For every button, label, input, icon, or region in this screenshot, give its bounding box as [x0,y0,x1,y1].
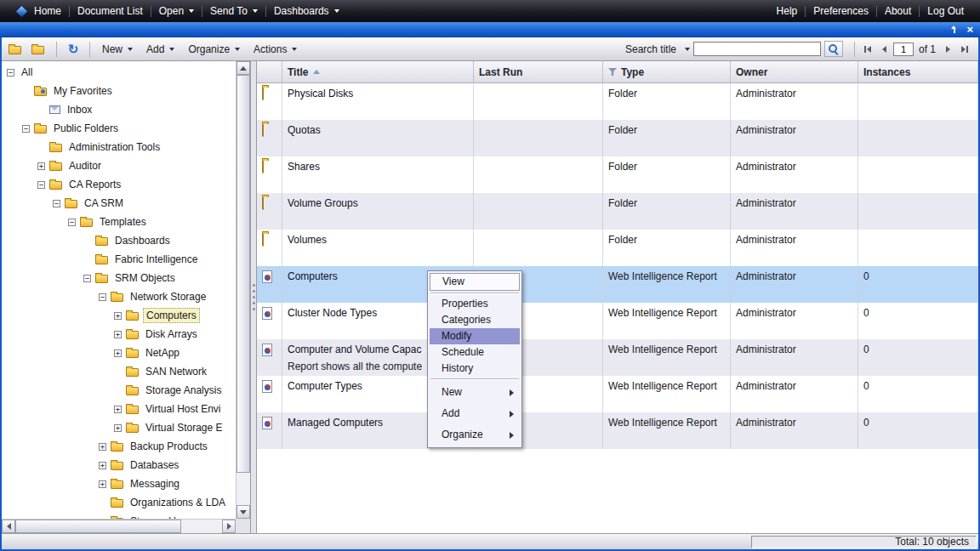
tree-item-ca-srm[interactable]: −CA SRM [2,194,236,213]
scroll-up-button[interactable] [236,61,250,75]
tree-item-storage-usage[interactable]: Storage Usage [2,512,236,519]
top-menu-about[interactable]: About [877,0,919,22]
column-header-type[interactable]: Type [603,61,731,82]
context-menu-categories[interactable]: Categories [430,312,520,328]
collapse-icon[interactable]: − [7,69,14,77]
tree-item-organizations-lda[interactable]: Organizations & LDA [2,493,236,512]
tree-item-san-network[interactable]: SAN Network [2,362,236,381]
column-header-instances[interactable]: Instances [858,61,978,82]
open-folder-icon[interactable] [7,40,27,59]
top-menu-home[interactable]: Home [9,0,69,22]
page-number-input[interactable] [893,43,914,56]
row-title-text[interactable]: Quotas [288,124,468,136]
scroll-left-button[interactable] [2,520,15,533]
tree-item-virtual-storage-e[interactable]: +Virtual Storage E [2,418,236,437]
tree-item-my-favorites[interactable]: My Favorites [2,82,236,100]
tree-horizontal-scrollbar[interactable] [2,519,236,533]
search-input[interactable] [693,42,821,56]
toolbar-menu-add[interactable]: Add [140,41,180,58]
close-icon[interactable]: × [966,23,973,37]
top-menu-dashboards[interactable]: Dashboards [266,0,347,22]
tree-item-network-storage[interactable]: −Network Storage [2,287,236,306]
expand-icon[interactable]: + [114,406,122,413]
row-title-text[interactable]: Shares [288,161,468,173]
tree-item-databases[interactable]: +Databases [2,456,236,474]
refresh-icon[interactable]: ↻ [63,40,83,59]
expand-icon[interactable]: + [99,443,106,451]
expand-icon[interactable]: + [99,462,106,469]
tree-vertical-scrollbar[interactable] [236,61,250,519]
panel-splitter[interactable] [251,61,257,533]
tree-item-messaging[interactable]: +Messaging [2,474,236,493]
top-menu-send-to[interactable]: Send To [202,0,265,22]
toolbar-menu-new[interactable]: New [96,41,139,58]
table-row-shares[interactable]: SharesFolderAdministrator [257,156,978,193]
toolbar-menu-organize[interactable]: Organize [182,41,246,58]
tree-item-administration-tools[interactable]: Administration Tools [2,138,236,156]
tree-item-netapp[interactable]: +NetApp [2,344,236,362]
expand-icon[interactable]: + [114,349,122,357]
context-menu-history[interactable]: History [430,361,520,377]
pin-icon[interactable] [950,26,958,34]
column-header-last-run[interactable]: Last Run [474,61,603,82]
tree-item-disk-arrays[interactable]: +Disk Arrays [2,325,236,344]
expand-icon[interactable]: + [114,424,122,432]
collapse-icon[interactable]: − [68,219,76,226]
collapse-icon[interactable]: − [37,181,45,189]
table-row-physical-disks[interactable]: Physical DisksFolderAdministrator [257,83,978,120]
tree-item-inbox[interactable]: Inbox [2,100,236,119]
top-menu-open[interactable]: Open [151,0,202,22]
horizontal-scroll-thumb[interactable] [15,520,181,533]
toolbar-menu-actions[interactable]: Actions [248,41,303,58]
expand-icon[interactable]: + [99,480,106,488]
scroll-right-button[interactable] [222,520,236,533]
search-scope-dropdown[interactable]: Search title [625,43,676,55]
top-menu-help[interactable]: Help [769,0,806,22]
top-menu-document-list[interactable]: Document List [70,0,151,22]
collapse-icon[interactable]: − [22,125,30,133]
tree-item-templates[interactable]: −Templates [2,213,236,231]
column-header-owner[interactable]: Owner [731,61,858,82]
context-menu-add[interactable]: Add [430,403,520,424]
tree-item-fabric-intelligence[interactable]: Fabric Intelligence [2,250,236,269]
context-menu-schedule[interactable]: Schedule [430,344,520,361]
next-page-button[interactable] [941,42,955,56]
row-title-text[interactable]: Volume Groups [288,197,468,209]
table-row-computer-types[interactable]: Computer TypesWeb Intelligence ReportAdm… [257,376,978,412]
tree-item-all[interactable]: −All [2,63,236,82]
tree-item-public-folders[interactable]: −Public Folders [2,119,236,138]
expand-icon[interactable]: + [114,331,122,338]
collapse-icon[interactable]: − [99,293,106,301]
folder-view-icon[interactable] [30,40,50,59]
table-row-managed-computers[interactable]: Managed ComputersWeb Intelligence Report… [257,412,978,449]
expand-icon[interactable]: + [37,162,45,170]
top-menu-log-out[interactable]: Log Out [920,0,971,22]
context-menu-new[interactable]: New [430,382,520,403]
tree-item-srm-objects[interactable]: −SRM Objects [2,269,236,287]
row-title-text[interactable]: Volumes [288,234,468,246]
table-row-volumes[interactable]: VolumesFolderAdministrator [257,230,978,266]
context-menu-organize[interactable]: Organize [430,424,520,446]
expand-icon[interactable]: + [114,312,122,320]
tree-item-virtual-host-envi[interactable]: +Virtual Host Envi [2,400,236,418]
top-menu-preferences[interactable]: Preferences [806,0,876,22]
context-menu-view[interactable]: View [430,273,520,291]
table-row-quotas[interactable]: QuotasFolderAdministrator [257,120,978,156]
previous-page-button[interactable] [877,42,892,56]
last-page-button[interactable] [957,42,971,56]
vertical-scroll-thumb[interactable] [236,75,250,473]
scroll-down-button[interactable] [236,505,250,519]
tree-item-auditor[interactable]: +Auditor [2,156,236,175]
context-menu-modify[interactable]: Modify [430,328,520,344]
collapse-icon[interactable]: − [83,275,91,282]
table-row-computer-and-volume-capac[interactable]: Computer and Volume CapacReport shows al… [257,339,978,376]
tree-item-ca-reports[interactable]: −CA Reports [2,175,236,194]
column-header-title[interactable]: Title [282,61,474,82]
table-row-cluster-node-types[interactable]: Cluster Node TypesWeb Intelligence Repor… [257,303,978,339]
first-page-button[interactable] [861,42,875,56]
tree-item-dashboards[interactable]: Dashboards [2,231,236,250]
row-title-text[interactable]: Physical Disks [288,88,468,99]
tree-item-storage-analysis[interactable]: Storage Analysis [2,381,236,400]
tree-item-computers[interactable]: +Computers [2,306,236,325]
search-button[interactable] [824,41,843,57]
